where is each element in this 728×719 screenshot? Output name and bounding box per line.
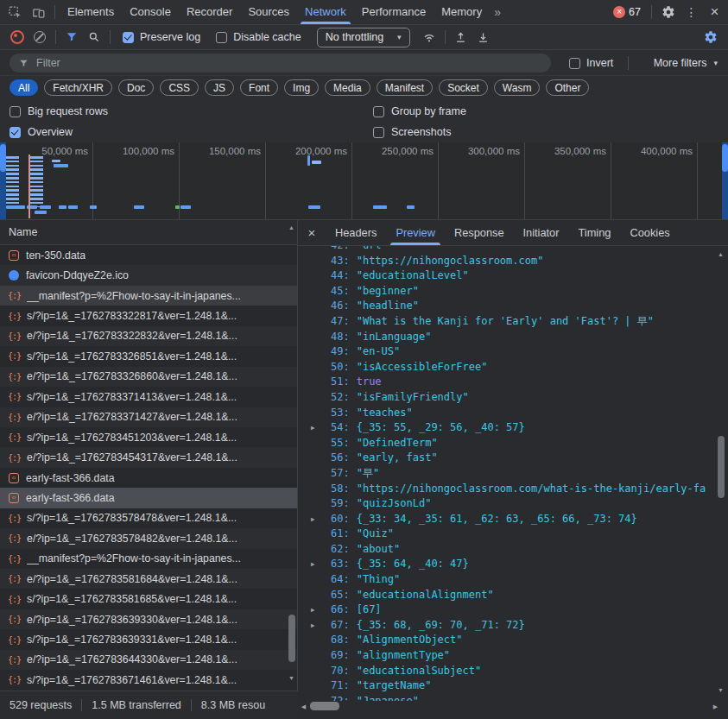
chip-js[interactable]: JS bbox=[205, 79, 234, 96]
json-line[interactable]: 65:"educationalAlignment" bbox=[298, 588, 715, 603]
close-detail-icon[interactable]: × bbox=[298, 225, 326, 240]
chip-font[interactable]: Font bbox=[240, 79, 278, 96]
json-line[interactable]: 55:"DefinedTerm" bbox=[298, 436, 715, 451]
chip-media[interactable]: Media bbox=[325, 79, 370, 96]
json-line[interactable]: 44:"educationalLevel" bbox=[298, 268, 715, 284]
tree-expand-icon[interactable]: ▶ bbox=[311, 618, 315, 634]
json-line[interactable]: 64:"Thing" bbox=[298, 572, 715, 588]
tree-expand-icon[interactable]: ▶ bbox=[311, 557, 315, 572]
chip-fetch-xhr[interactable]: Fetch/XHR bbox=[44, 79, 112, 96]
search-icon[interactable] bbox=[83, 27, 105, 47]
detail-tab-cookies[interactable]: Cookies bbox=[620, 220, 679, 245]
json-line[interactable]: 52:"isFamilyFriendly" bbox=[298, 390, 715, 406]
request-row[interactable]: {:}e/?ip=1&_=1762783371427&ver=1.248.1&.… bbox=[0, 407, 297, 427]
request-row[interactable]: {:}__manifest?p=%2Fhow-to-say-it-in-japa… bbox=[0, 286, 297, 306]
tree-expand-icon[interactable]: ▶ bbox=[311, 602, 315, 618]
json-line[interactable]: ▶60:{_33: 34, _35: 61, _62: 63, _65: 66,… bbox=[298, 512, 715, 527]
chip-css[interactable]: CSS bbox=[160, 79, 199, 96]
tab-recorder[interactable]: Recorder bbox=[179, 0, 240, 24]
json-line[interactable]: 59:"quizJsonLd" bbox=[298, 496, 715, 512]
group-by-frame-checkbox[interactable]: Group by frame bbox=[373, 105, 466, 117]
scroll-down-icon[interactable]: ▼ bbox=[715, 686, 726, 695]
tab-elements[interactable]: Elements bbox=[60, 0, 122, 24]
chip-other[interactable]: Other bbox=[546, 79, 589, 96]
tab-sources[interactable]: Sources bbox=[240, 0, 297, 24]
menu-dots-icon[interactable]: ⋮ bbox=[680, 2, 703, 23]
request-row[interactable]: ‹›early-fast-366.data bbox=[0, 468, 297, 488]
settings-gear-icon[interactable] bbox=[656, 2, 680, 23]
disable-cache-checkbox[interactable]: Disable cache bbox=[208, 31, 309, 43]
error-count-badge[interactable]: × 67 bbox=[607, 6, 647, 18]
json-line[interactable]: 62:"about" bbox=[298, 542, 715, 558]
chip-wasm[interactable]: Wasm bbox=[494, 79, 541, 96]
record-button[interactable] bbox=[6, 27, 28, 47]
network-conditions-icon[interactable] bbox=[418, 27, 440, 47]
json-line[interactable]: ▶63:{_35: 64, _40: 47} bbox=[298, 557, 715, 572]
request-row[interactable]: {:}s/?ip=1&_=1762783322817&ver=1.248.1&.… bbox=[0, 306, 297, 325]
json-line[interactable]: 42:"url" bbox=[298, 246, 715, 254]
json-line[interactable]: 69:"alignmentType" bbox=[298, 648, 715, 664]
json-line[interactable]: 56:"early, fast" bbox=[298, 451, 715, 466]
tab-network[interactable]: Network bbox=[297, 0, 354, 24]
request-row[interactable]: {:}e/?ip=1&_=1762783578482&ver=1.248.1&.… bbox=[0, 528, 297, 548]
scrollbar-thumb[interactable] bbox=[718, 436, 725, 498]
json-line[interactable]: 50:"isAccessibleForFree" bbox=[298, 360, 715, 375]
chip-socket[interactable]: Socket bbox=[439, 79, 488, 96]
overview-drag-handle[interactable] bbox=[0, 144, 6, 172]
scroll-right-icon[interactable]: ▶ bbox=[710, 703, 721, 711]
json-line[interactable]: 46:"headline" bbox=[298, 299, 715, 314]
json-line[interactable]: 47:"What is the Kanji for 'Early' and 'F… bbox=[298, 314, 715, 330]
inspect-element-icon[interactable] bbox=[3, 2, 27, 22]
request-row[interactable]: {:}s/?ip=1&_=1762783326851&ver=1.248.1&.… bbox=[0, 346, 297, 366]
detail-tab-response[interactable]: Response bbox=[445, 220, 514, 245]
request-row[interactable]: {:}e/?ip=1&_=1762783581684&ver=1.248.1&.… bbox=[0, 569, 297, 589]
request-row[interactable]: {:}e/?ip=1&_=1762783322832&ver=1.248.1&.… bbox=[0, 326, 297, 346]
tab-console[interactable]: Console bbox=[122, 0, 179, 24]
close-devtools-icon[interactable]: × bbox=[703, 2, 726, 23]
chip-all[interactable]: All bbox=[9, 79, 38, 96]
json-line[interactable]: 70:"educationalSubject" bbox=[298, 664, 715, 679]
json-line[interactable]: 45:"beginner" bbox=[298, 284, 715, 300]
json-line[interactable]: ▶66:[67] bbox=[298, 602, 715, 618]
filter-input[interactable] bbox=[35, 56, 541, 70]
request-row[interactable]: {:}__manifest?p=%2Fhow-to-say-it-in-japa… bbox=[0, 549, 297, 569]
scroll-up-icon[interactable]: ▲ bbox=[286, 224, 297, 232]
overview-checkbox[interactable]: Overview bbox=[9, 126, 73, 138]
more-tabs-icon[interactable]: » bbox=[490, 5, 505, 19]
tree-expand-icon[interactable]: ▶ bbox=[311, 512, 315, 527]
device-toolbar-icon[interactable] bbox=[27, 2, 50, 22]
detail-tab-preview[interactable]: Preview bbox=[386, 220, 445, 245]
request-row[interactable]: {:}e/?ip=1&_=1762783454317&ver=1.248.1&.… bbox=[0, 447, 297, 467]
throttling-select[interactable]: No throttling ▾ bbox=[317, 28, 410, 47]
json-line[interactable]: 49:"en-US" bbox=[298, 344, 715, 360]
scroll-up-icon[interactable]: ▲ bbox=[715, 250, 726, 259]
json-line[interactable]: 53:"teaches" bbox=[298, 406, 715, 421]
json-line[interactable]: 72:"Japanese" bbox=[298, 694, 715, 701]
request-row[interactable]: {:}s/?ip=1&_=1762783639331&ver=1.248.1&.… bbox=[0, 629, 297, 649]
json-line[interactable]: 71:"targetName" bbox=[298, 678, 715, 694]
scroll-left-icon[interactable]: ◀ bbox=[298, 703, 309, 711]
request-row[interactable]: {:}s/?ip=1&_=1762783371413&ver=1.248.1&.… bbox=[0, 387, 297, 407]
overview-drag-handle[interactable] bbox=[722, 144, 728, 172]
json-line[interactable]: 57:"早" bbox=[298, 466, 715, 482]
invert-checkbox[interactable]: Invert bbox=[561, 50, 621, 76]
json-line[interactable]: 58:"https://nihongoclassroom.com/what-is… bbox=[298, 482, 715, 497]
json-line[interactable]: 51:true bbox=[298, 375, 715, 390]
json-line[interactable]: ▶67:{_35: 68, _69: 70, _71: 72} bbox=[298, 618, 715, 634]
request-row[interactable]: {:}s/?ip=1&_=1762783581685&ver=1.248.1&.… bbox=[0, 589, 297, 609]
json-line[interactable]: 68:"AlignmentObject" bbox=[298, 633, 715, 648]
chip-img[interactable]: Img bbox=[284, 79, 319, 96]
request-row[interactable]: {:}e/?ip=1&_=1762783639330&ver=1.248.1&.… bbox=[0, 609, 297, 629]
network-overview-timeline[interactable]: 50,000 ms100,000 ms150,000 ms200,000 ms2… bbox=[0, 142, 728, 220]
json-line[interactable]: 61:"Quiz" bbox=[298, 527, 715, 542]
filter-toggle-icon[interactable] bbox=[60, 27, 83, 47]
request-row[interactable]: ‹›ten-350.data bbox=[0, 245, 297, 265]
request-row[interactable]: ‹›early-fast-366.data bbox=[0, 488, 297, 508]
detail-tab-initiator[interactable]: Initiator bbox=[514, 220, 569, 245]
clear-button[interactable] bbox=[28, 27, 51, 47]
tree-expand-icon[interactable]: ▶ bbox=[311, 420, 315, 436]
json-line[interactable]: ▶54:{_35: 55, _29: 56, _40: 57} bbox=[298, 420, 715, 436]
export-har-icon[interactable] bbox=[472, 27, 495, 47]
request-row[interactable]: {:}s/?ip=1&_=1762783671461&ver=1.248.1&.… bbox=[0, 670, 297, 690]
detail-tab-headers[interactable]: Headers bbox=[326, 220, 386, 245]
